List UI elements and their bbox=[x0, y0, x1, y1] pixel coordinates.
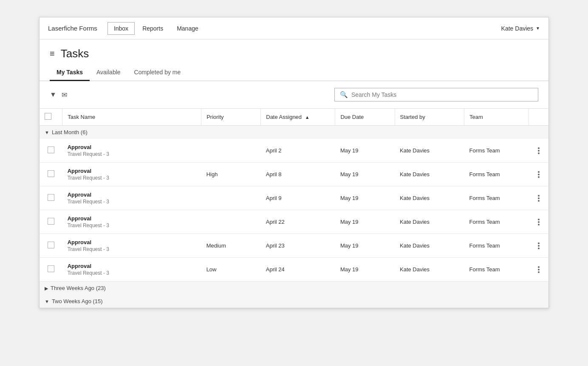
row-due-date: May 19 bbox=[335, 163, 395, 186]
table-wrapper[interactable]: Task Name Priority Date Assigned ▲ Due D… bbox=[40, 108, 548, 308]
tab-completed-by-me[interactable]: Completed by me bbox=[127, 65, 188, 81]
inbox-button[interactable]: Inbox bbox=[107, 22, 135, 35]
tab-available[interactable]: Available bbox=[90, 65, 127, 81]
row-task-name-cell: Approval Travel Request - 3 bbox=[62, 139, 201, 163]
more-actions-button[interactable] bbox=[534, 242, 543, 249]
row-checkbox[interactable] bbox=[48, 265, 54, 272]
group-row[interactable]: ▼Two Weeks Ago (15) bbox=[40, 295, 548, 308]
header-actions bbox=[529, 109, 548, 126]
tasks-table: Task Name Priority Date Assigned ▲ Due D… bbox=[40, 108, 548, 308]
table-header-row: Task Name Priority Date Assigned ▲ Due D… bbox=[40, 109, 548, 126]
toolbar: ▼ ✉ 🔍 bbox=[40, 81, 548, 108]
row-date-assigned: April 9 bbox=[261, 186, 335, 210]
row-checkbox[interactable] bbox=[48, 170, 54, 177]
row-date-assigned: April 2 bbox=[261, 139, 335, 163]
row-checkbox[interactable] bbox=[48, 146, 54, 153]
hamburger-icon[interactable]: ≡ bbox=[50, 49, 55, 59]
row-started-by: Kate Davies bbox=[395, 163, 464, 186]
tab-my-tasks[interactable]: My Tasks bbox=[50, 65, 90, 81]
row-team: Forms Team bbox=[464, 258, 529, 282]
row-task-name-cell: Approval Travel Request - 3 bbox=[62, 234, 201, 258]
row-task-name-cell: Approval Travel Request - 3 bbox=[62, 210, 201, 234]
row-checkbox-cell bbox=[40, 234, 62, 258]
more-actions-button[interactable] bbox=[534, 219, 543, 225]
app-window: Laserfiche Forms Inbox Reports Manage Ka… bbox=[39, 17, 549, 308]
row-actions-cell bbox=[529, 258, 548, 282]
header-task-name[interactable]: Task Name bbox=[62, 109, 201, 126]
header-checkbox-cell bbox=[40, 109, 62, 126]
search-input[interactable] bbox=[351, 91, 533, 98]
task-sub: Travel Request - 3 bbox=[68, 222, 196, 228]
user-menu[interactable]: Kate Davies ▼ bbox=[501, 25, 540, 32]
task-name: Approval bbox=[68, 215, 196, 222]
manage-button[interactable]: Manage bbox=[171, 23, 204, 34]
header-team[interactable]: Team bbox=[464, 109, 529, 126]
task-name: Approval bbox=[68, 239, 196, 245]
row-date-assigned: April 8 bbox=[261, 163, 335, 186]
group-label: Last Month (6) bbox=[52, 129, 88, 135]
row-date-assigned: April 24 bbox=[261, 258, 335, 282]
row-checkbox[interactable] bbox=[48, 194, 54, 201]
task-sub: Travel Request - 3 bbox=[68, 246, 196, 252]
row-checkbox-cell bbox=[40, 139, 62, 163]
group-row[interactable]: ▼Last Month (6) bbox=[40, 126, 548, 139]
task-name: Approval bbox=[68, 144, 196, 150]
row-checkbox[interactable] bbox=[48, 242, 54, 248]
page-title: Tasks bbox=[61, 47, 89, 60]
more-actions-button[interactable] bbox=[534, 195, 543, 202]
filter-icon[interactable]: ▼ bbox=[50, 91, 57, 99]
header-date-assigned[interactable]: Date Assigned ▲ bbox=[261, 109, 335, 126]
table-row: Approval Travel Request - 3 April 9 May … bbox=[40, 186, 548, 210]
row-actions-cell bbox=[529, 163, 548, 186]
search-box: 🔍 bbox=[334, 88, 538, 101]
task-sub: Travel Request - 3 bbox=[68, 175, 196, 181]
row-priority: Low bbox=[201, 258, 261, 282]
sort-asc-icon: ▲ bbox=[305, 115, 310, 120]
row-started-by: Kate Davies bbox=[395, 210, 464, 234]
row-team: Forms Team bbox=[464, 163, 529, 186]
chevron-down-icon: ▼ bbox=[536, 26, 540, 31]
more-actions-button[interactable] bbox=[534, 171, 543, 178]
row-team: Forms Team bbox=[464, 139, 529, 163]
task-sub: Travel Request - 3 bbox=[68, 199, 196, 205]
row-task-name-cell: Approval Travel Request - 3 bbox=[62, 186, 201, 210]
reports-button[interactable]: Reports bbox=[136, 23, 169, 34]
tabs-bar: My Tasks Available Completed by me bbox=[40, 65, 548, 81]
row-priority: High bbox=[201, 163, 261, 186]
row-checkbox-cell bbox=[40, 258, 62, 282]
row-actions-cell bbox=[529, 234, 548, 258]
row-team: Forms Team bbox=[464, 234, 529, 258]
search-icon: 🔍 bbox=[340, 91, 348, 99]
header-due-date[interactable]: Due Date bbox=[335, 109, 395, 126]
row-started-by: Kate Davies bbox=[395, 186, 464, 210]
row-team: Forms Team bbox=[464, 186, 529, 210]
row-checkbox-cell bbox=[40, 210, 62, 234]
more-actions-button[interactable] bbox=[534, 147, 543, 154]
row-actions-cell bbox=[529, 210, 548, 234]
group-row[interactable]: ▶Three Weeks Ago (23) bbox=[40, 282, 548, 295]
row-date-assigned: April 23 bbox=[261, 234, 335, 258]
header-started-by[interactable]: Started by bbox=[395, 109, 464, 126]
row-priority bbox=[201, 186, 261, 210]
row-team: Forms Team bbox=[464, 210, 529, 234]
task-name: Approval bbox=[68, 191, 196, 198]
navbar: Laserfiche Forms Inbox Reports Manage Ka… bbox=[40, 17, 548, 39]
row-task-name-cell: Approval Travel Request - 3 bbox=[62, 163, 201, 186]
row-started-by: Kate Davies bbox=[395, 234, 464, 258]
task-sub: Travel Request - 3 bbox=[68, 270, 196, 276]
envelope-icon[interactable]: ✉ bbox=[62, 91, 67, 99]
more-actions-button[interactable] bbox=[534, 266, 543, 273]
task-name: Approval bbox=[68, 263, 196, 269]
group-arrow-icon: ▶ bbox=[45, 286, 48, 291]
group-arrow-icon: ▼ bbox=[45, 130, 49, 135]
header-priority[interactable]: Priority bbox=[201, 109, 261, 126]
row-due-date: May 19 bbox=[335, 139, 395, 163]
select-all-checkbox[interactable] bbox=[45, 113, 51, 120]
row-checkbox[interactable] bbox=[48, 218, 54, 225]
row-priority bbox=[201, 139, 261, 163]
task-sub: Travel Request - 3 bbox=[68, 151, 196, 157]
row-actions-cell bbox=[529, 186, 548, 210]
user-label: Kate Davies bbox=[501, 25, 533, 32]
row-started-by: Kate Davies bbox=[395, 258, 464, 282]
table-body: ▼Last Month (6) Approval Travel Request … bbox=[40, 126, 548, 308]
